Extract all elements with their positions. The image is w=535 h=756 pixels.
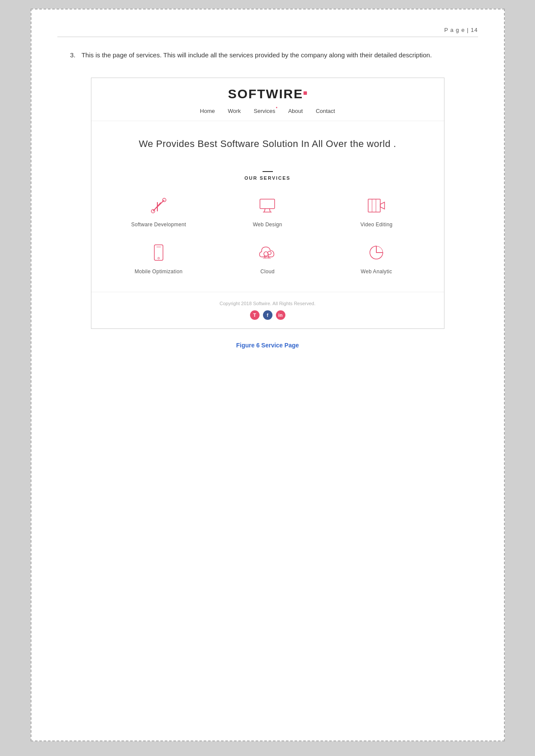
mock-nav: Home Work Services About Contact (109, 108, 427, 114)
service-name-software: Software Development (131, 222, 186, 228)
instagram-icon[interactable]: in (276, 310, 285, 320)
services-title: OUR SERVICES (244, 175, 291, 181)
service-name-mobile: Mobile Optimization (135, 269, 182, 275)
intro-paragraph: 3. This is the page of services. This wi… (57, 50, 478, 60)
mock-navbar: SOFTWIRE Home Work Services About Contac… (91, 78, 444, 121)
cloud-icon (256, 241, 279, 264)
pie-icon (365, 241, 388, 264)
svg-line-19 (268, 255, 269, 258)
intro-content: This is the page of services. This will … (81, 51, 432, 59)
svg-line-7 (269, 209, 270, 212)
mock-hero: We Provides Best Software Solution In Al… (91, 121, 444, 162)
page-number: P a g e | 14 (444, 27, 478, 33)
service-name-video: Video Editing (360, 222, 392, 228)
services-line (263, 171, 273, 172)
footer-copyright: Copyright 2018 Softwire. All Rights Rese… (109, 301, 427, 306)
svg-rect-9 (368, 199, 380, 212)
service-video-editing: Video Editing (326, 194, 427, 228)
hero-title: We Provides Best Software Solution In Al… (109, 138, 427, 150)
service-cloud: Cloud (217, 241, 318, 275)
service-name-analytic: Web Analytic (361, 269, 392, 275)
mobile-icon (147, 241, 170, 264)
video-icon (365, 194, 388, 217)
service-web-design: Web Design (217, 194, 318, 228)
mock-logo: SOFTWIRE (109, 87, 427, 101)
services-grid: Software Development Web Design (109, 194, 427, 275)
nav-services[interactable]: Services (254, 108, 275, 114)
svg-line-6 (264, 209, 265, 212)
logo-dot (303, 91, 307, 95)
service-software-dev: Software Development (109, 194, 209, 228)
social-icons: T f in (109, 310, 427, 320)
page-header: P a g e | 14 (57, 27, 478, 37)
service-mobile-opt: Mobile Optimization (109, 241, 209, 275)
nav-home[interactable]: Home (200, 108, 215, 114)
service-name-cloud: Cloud (260, 269, 275, 275)
website-mockup: SOFTWIRE Home Work Services About Contac… (91, 78, 444, 329)
nav-contact[interactable]: Contact (316, 108, 335, 114)
wrench-icon (147, 194, 170, 217)
facebook-icon[interactable]: f (263, 310, 272, 320)
mock-footer: Copyright 2018 Softwire. All Rights Rese… (91, 292, 444, 328)
svg-point-14 (158, 257, 160, 259)
mock-services-section: OUR SERVICES Software Development (91, 162, 444, 292)
svg-rect-5 (260, 199, 275, 209)
nav-about[interactable]: About (288, 108, 303, 114)
intro-number: 3. (70, 51, 76, 59)
twitter-icon[interactable]: T (250, 310, 260, 320)
nav-work[interactable]: Work (228, 108, 241, 114)
service-web-analytic: Web Analytic (326, 241, 427, 275)
services-label: OUR SERVICES (109, 171, 427, 181)
monitor-icon (256, 194, 279, 217)
document-page: P a g e | 14 3. This is the page of serv… (31, 9, 505, 741)
figure-caption: Figure 6 Service Page (57, 342, 478, 349)
service-name-webdesign: Web Design (253, 222, 282, 228)
svg-marker-12 (380, 202, 385, 209)
